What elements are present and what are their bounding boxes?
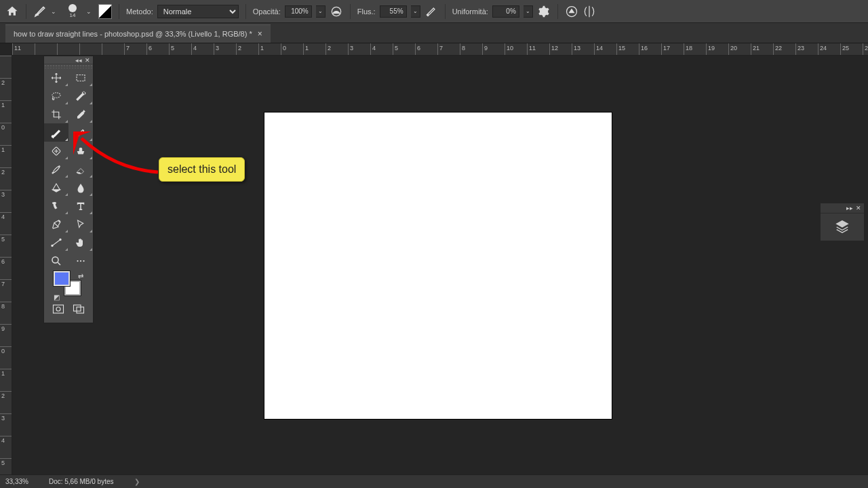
options-bar: ⌄ 14 ⌄ Metodo: Normale Opacità: 100%⌄ Fl…: [0, 0, 868, 23]
edit-toolbar[interactable]: [68, 251, 93, 270]
document-info[interactable]: Doc: 5,66 MB/0 bytes: [49, 478, 114, 485]
mode-label: Metodo:: [126, 7, 153, 16]
smoothing-value[interactable]: 0%: [492, 5, 519, 18]
svg-point-13: [52, 257, 58, 263]
svg-rect-19: [74, 305, 81, 311]
hand-tool[interactable]: [68, 233, 93, 251]
workspace: [12, 56, 868, 474]
opacity-dropdown-icon[interactable]: ⌄: [316, 5, 326, 18]
opacity-label: Opacità:: [253, 7, 281, 16]
quick-selection-tool[interactable]: [68, 87, 93, 105]
default-colors-icon[interactable]: ◩: [54, 293, 60, 301]
home-icon[interactable]: [5, 5, 19, 18]
svg-point-15: [80, 260, 81, 261]
close-tab-icon[interactable]: ×: [258, 29, 262, 39]
tools-panel: ◂◂ ✕ ⇄ ◩: [43, 56, 94, 323]
dodge-tool[interactable]: [44, 197, 68, 215]
airbrush-icon[interactable]: [425, 5, 438, 18]
healing-brush-tool[interactable]: [44, 142, 68, 160]
smoothing-dropdown-icon[interactable]: ⌄: [524, 5, 533, 18]
canvas[interactable]: [264, 113, 612, 419]
annotation-callout: select this tool: [159, 157, 245, 182]
gradient-tool[interactable]: [44, 178, 68, 197]
document-tab-title: how to draw straight lines - photoshop.p…: [14, 30, 252, 38]
close-dock-icon[interactable]: ✕: [856, 205, 861, 211]
flow-value[interactable]: 55%: [380, 5, 407, 18]
lasso-tool[interactable]: [44, 87, 68, 105]
pressure-size-icon[interactable]: [565, 5, 578, 18]
screen-mode-icon[interactable]: [73, 304, 85, 316]
path-selection-tool[interactable]: [68, 215, 93, 233]
svg-point-12: [60, 239, 61, 240]
layers-icon[interactable]: [835, 219, 850, 235]
history-brush-tool[interactable]: [44, 160, 68, 178]
brush-dropdown-icon[interactable]: ⌄: [51, 8, 59, 15]
move-tool[interactable]: [44, 68, 68, 87]
blur-tool[interactable]: [68, 178, 93, 197]
crop-tool[interactable]: [44, 105, 68, 123]
svg-point-11: [52, 245, 53, 246]
svg-point-4: [52, 92, 60, 98]
svg-rect-3: [77, 75, 85, 81]
color-swatches: ⇄ ◩: [44, 270, 93, 301]
flow-dropdown-icon[interactable]: ⌄: [411, 5, 420, 18]
brush-tool[interactable]: [44, 123, 68, 142]
clone-stamp-tool[interactable]: [68, 142, 93, 160]
document-tab[interactable]: how to draw straight lines - photoshop.p…: [5, 24, 271, 43]
pressure-opacity-icon[interactable]: [330, 5, 343, 18]
pen-tool[interactable]: [44, 215, 68, 233]
symmetry-icon[interactable]: [583, 5, 596, 18]
vertical-ruler[interactable]: 2101234567890123456789: [0, 56, 12, 474]
flow-label: Flus.:: [357, 7, 376, 16]
layers-panel-collapsed: ▸▸ ✕: [821, 203, 864, 241]
svg-point-16: [83, 260, 84, 261]
brush-panel-icon[interactable]: [98, 5, 112, 18]
svg-point-1: [427, 14, 429, 16]
document-tab-bar: how to draw straight lines - photoshop.p…: [0, 23, 868, 43]
horizontal-ruler[interactable]: 1176543210123456789101112131415161718192…: [12, 43, 868, 56]
brush-preset-dropdown-icon[interactable]: ⌄: [86, 8, 94, 15]
opacity-value[interactable]: 100%: [285, 5, 312, 18]
svg-point-14: [77, 260, 78, 261]
type-tool[interactable]: [68, 197, 93, 215]
status-menu-icon[interactable]: ❯: [134, 478, 140, 485]
svg-point-10: [59, 220, 60, 222]
brush-preset-preview[interactable]: 14: [63, 2, 82, 21]
svg-rect-20: [77, 307, 84, 313]
shape-tool[interactable]: [44, 233, 68, 251]
blend-mode-select[interactable]: Normale: [157, 5, 239, 18]
marquee-tool[interactable]: [68, 68, 93, 87]
expand-dock-icon[interactable]: ▸▸: [846, 205, 853, 211]
tools-panel-header[interactable]: ◂◂ ✕: [44, 56, 93, 64]
zoom-level[interactable]: 33,33%: [5, 478, 28, 485]
smoothing-label: Uniformità:: [452, 7, 488, 16]
smoothing-options-icon[interactable]: [537, 5, 551, 18]
pencil-tool[interactable]: [68, 123, 93, 142]
svg-point-9: [52, 202, 56, 204]
brush-tool-indicator-icon[interactable]: [33, 5, 47, 18]
zoom-tool[interactable]: [44, 251, 68, 270]
swap-colors-icon[interactable]: ⇄: [78, 272, 83, 280]
svg-rect-17: [54, 305, 64, 313]
foreground-color[interactable]: [54, 271, 70, 286]
svg-point-6: [52, 135, 54, 137]
close-icon[interactable]: ✕: [85, 57, 90, 64]
eraser-tool[interactable]: [68, 160, 93, 178]
quick-mask-icon[interactable]: [52, 304, 64, 316]
svg-point-18: [56, 307, 60, 311]
svg-point-8: [52, 172, 54, 174]
status-bar: 33,33% Doc: 5,66 MB/0 bytes ❯: [0, 474, 868, 488]
eyedropper-tool[interactable]: [68, 105, 93, 123]
collapse-icon[interactable]: ◂◂: [75, 57, 82, 64]
